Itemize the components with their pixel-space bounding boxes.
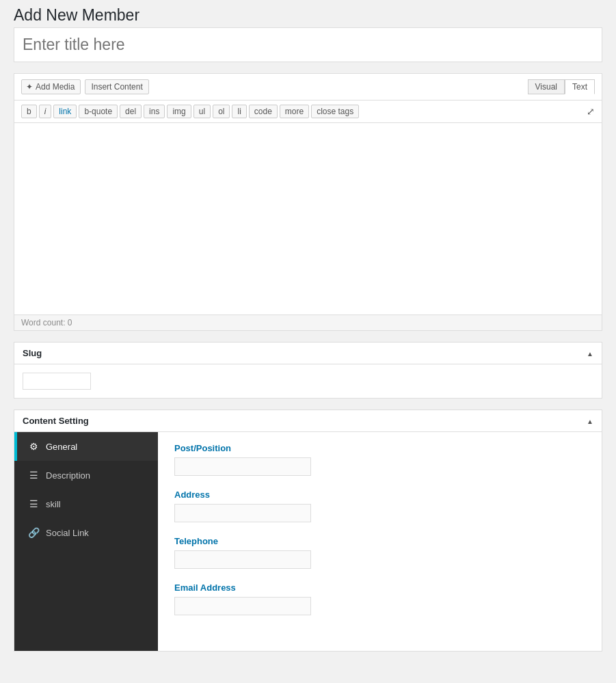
format-code[interactable]: code bbox=[249, 105, 278, 118]
slug-section: Slug bbox=[14, 342, 602, 399]
word-count-label: Word count: bbox=[21, 318, 65, 327]
format-more[interactable]: more bbox=[280, 105, 309, 118]
content-setting-section: Content Setting ⚙ General ☰ Description … bbox=[14, 410, 602, 652]
content-setting-body: ⚙ General ☰ Description ☰ skill 🔗 Social… bbox=[14, 432, 602, 651]
sidebar-item-social-link[interactable]: 🔗 Social Link bbox=[14, 518, 158, 547]
format-ol[interactable]: ol bbox=[213, 105, 230, 118]
slug-input[interactable] bbox=[23, 373, 91, 390]
editor-content-area[interactable] bbox=[14, 123, 602, 314]
title-input-wrapper bbox=[14, 27, 602, 62]
label-address: Address bbox=[174, 490, 585, 500]
sidebar-item-skill[interactable]: ☰ skill bbox=[14, 490, 158, 518]
label-email-address: Email Address bbox=[174, 582, 585, 593]
expand-editor-icon[interactable]: ⤢ bbox=[587, 106, 595, 117]
toolbar-left: ✦ Add Media Insert Content bbox=[21, 79, 149, 94]
content-setting-title: Content Setting bbox=[23, 416, 89, 426]
setting-nav: ⚙ General ☰ Description ☰ skill 🔗 Social… bbox=[14, 432, 158, 651]
input-email-address[interactable] bbox=[174, 597, 311, 615]
format-ul[interactable]: ul bbox=[193, 105, 211, 118]
sidebar-item-label-description: Description bbox=[46, 470, 90, 481]
format-close-tags[interactable]: close tags bbox=[311, 105, 359, 118]
format-li[interactable]: li bbox=[232, 105, 246, 118]
field-email-address: Email Address bbox=[174, 582, 585, 615]
tab-visual[interactable]: Visual bbox=[528, 79, 565, 94]
format-img[interactable]: img bbox=[167, 105, 191, 118]
editor-footer: Word count: 0 bbox=[14, 314, 602, 330]
visual-text-tabs: Visual Text bbox=[528, 79, 595, 94]
list-icon-description: ☰ bbox=[28, 470, 39, 481]
editor-formatting-bar: b i link b-quote del ins img ul ol li co… bbox=[14, 101, 602, 123]
main-content: ✦ Add Media Insert Content Visual Text b… bbox=[0, 27, 616, 665]
sidebar-item-label-general: General bbox=[46, 442, 77, 452]
add-media-button[interactable]: ✦ Add Media bbox=[21, 79, 81, 94]
field-telephone: Telephone bbox=[174, 536, 585, 569]
content-setting-header[interactable]: Content Setting bbox=[14, 410, 602, 432]
page-wrapper: Add New Member ✦ Add Media Insert Conten… bbox=[0, 0, 616, 683]
format-del[interactable]: del bbox=[120, 105, 142, 118]
slug-title: Slug bbox=[23, 348, 42, 358]
format-i[interactable]: i bbox=[39, 105, 52, 118]
sidebar-item-general[interactable]: ⚙ General bbox=[14, 432, 158, 461]
word-count-value: 0 bbox=[68, 318, 72, 327]
format-link[interactable]: link bbox=[53, 105, 77, 118]
insert-content-button[interactable]: Insert Content bbox=[85, 79, 148, 94]
format-bquote[interactable]: b-quote bbox=[79, 105, 118, 118]
input-post-position[interactable] bbox=[174, 457, 311, 476]
setting-form: Post/Position Address Telephone Email Ad… bbox=[158, 432, 602, 651]
list-icon-skill: ☰ bbox=[28, 498, 39, 509]
media-icon: ✦ bbox=[26, 82, 33, 92]
format-b[interactable]: b bbox=[21, 105, 37, 118]
format-buttons: b i link b-quote del ins img ul ol li co… bbox=[21, 105, 359, 118]
title-input[interactable] bbox=[14, 28, 602, 62]
label-telephone: Telephone bbox=[174, 536, 585, 546]
gear-icon: ⚙ bbox=[28, 441, 39, 452]
sidebar-item-label-social-link: Social Link bbox=[46, 528, 89, 538]
slug-toggle-icon bbox=[587, 348, 593, 358]
editor-wrapper: ✦ Add Media Insert Content Visual Text b… bbox=[14, 73, 602, 331]
field-post-position: Post/Position bbox=[174, 443, 585, 476]
input-telephone[interactable] bbox=[174, 550, 311, 569]
sidebar-item-description[interactable]: ☰ Description bbox=[14, 461, 158, 490]
slug-section-body bbox=[14, 364, 602, 398]
format-ins[interactable]: ins bbox=[144, 105, 165, 118]
page-title: Add New Member bbox=[0, 0, 616, 27]
editor-toolbar-top: ✦ Add Media Insert Content Visual Text bbox=[14, 74, 602, 101]
slug-section-header[interactable]: Slug bbox=[14, 343, 602, 364]
input-address[interactable] bbox=[174, 504, 311, 522]
content-setting-toggle-icon bbox=[587, 416, 593, 426]
sidebar-item-label-skill: skill bbox=[46, 499, 61, 509]
field-address: Address bbox=[174, 490, 585, 522]
link-icon: 🔗 bbox=[28, 527, 39, 538]
label-post-position: Post/Position bbox=[174, 443, 585, 453]
tab-text[interactable]: Text bbox=[565, 79, 595, 94]
